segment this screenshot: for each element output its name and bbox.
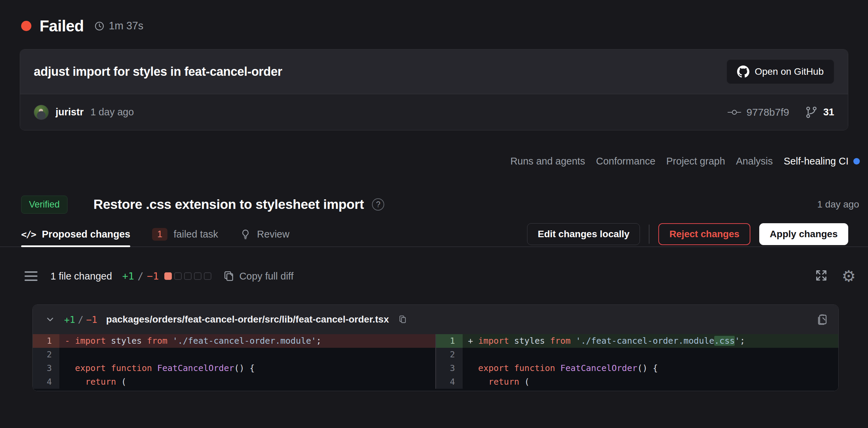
clock-icon (94, 21, 105, 31)
tab-review[interactable]: Review (240, 222, 289, 246)
github-icon (737, 66, 749, 78)
chevron-down-icon[interactable] (45, 314, 55, 325)
code-text (59, 348, 435, 361)
additions-count: +1 (122, 270, 134, 282)
diff-line: 4 return ( (33, 375, 435, 389)
failed-status-dot-icon (21, 21, 31, 31)
gear-icon[interactable]: ⚙ (842, 268, 856, 284)
line-number: 1 (436, 334, 463, 348)
diff-container: +1 / −1 packages/orders/feat-cancel-orde… (32, 304, 839, 391)
deletions-count: −1 (147, 270, 159, 282)
code-text: export function FeatCancelOrder() { (59, 361, 435, 375)
line-number: 2 (33, 348, 59, 361)
tab-failed-task[interactable]: 1 failed task (152, 222, 218, 246)
self-healing-ci-page: Failed 1m 37s adjust import for styles i… (0, 0, 868, 428)
diff-toolbar-right: ⚙ (814, 268, 856, 284)
copy-full-diff-button[interactable]: Copy full diff (223, 270, 294, 282)
commit-card-meta-row: juristr 1 day ago 9778b7f9 (20, 94, 848, 130)
commit-sha: 9778b7f9 (747, 106, 789, 118)
commit-sha-group: 9778b7f9 (728, 106, 789, 118)
nav-item-analysis[interactable]: Analysis (736, 156, 773, 167)
diff-progress (164, 272, 211, 280)
nav-item-project-graph[interactable]: Project graph (666, 156, 725, 167)
code-text: + import styles from './feat-cancel-orde… (463, 334, 839, 348)
tab-review-label: Review (257, 229, 289, 240)
diff-stats: +1 / −1 (122, 270, 159, 282)
failed-count-badge: 1 (152, 228, 167, 241)
code-icon: </> (21, 229, 36, 240)
copy-path-icon[interactable] (398, 315, 407, 324)
diff-progress-square (194, 272, 201, 280)
commit-card-header: adjust import for styles in feat-cancel-… (20, 49, 848, 94)
diff-line: 1+ import styles from './feat-cancel-ord… (436, 334, 839, 348)
commit-icon (728, 108, 741, 116)
run-status-header: Failed 1m 37s (0, 0, 868, 36)
commit-meta: 9778b7f9 31 (728, 106, 834, 119)
verified-badge: Verified (21, 196, 68, 214)
apply-changes-button[interactable]: Apply changes (759, 223, 848, 245)
fix-header: Verified Restore .css extension to style… (0, 195, 868, 214)
open-on-github-button[interactable]: Open on GitHub (727, 59, 834, 84)
file-path: packages/orders/feat-cancel-order/src/li… (106, 314, 389, 325)
diff-line: 3 export function FeatCancelOrder() { (33, 361, 435, 375)
copy-icon (223, 270, 235, 282)
branch-count-group: 31 (805, 106, 834, 119)
fullscreen-icon[interactable] (814, 269, 828, 284)
diff-line: 2 (436, 348, 839, 361)
open-on-github-label: Open on GitHub (755, 66, 824, 77)
author-name: juristr (56, 106, 84, 118)
run-duration: 1m 37s (94, 20, 144, 32)
fix-tabs-row: </> Proposed changes 1 failed task Revie… (0, 222, 868, 247)
line-number: 3 (436, 361, 463, 375)
code-text: return ( (463, 375, 839, 389)
lightbulb-icon (240, 229, 251, 240)
diff-progress-square (204, 272, 211, 280)
line-number: 2 (436, 348, 463, 361)
help-icon[interactable]: ? (372, 198, 384, 211)
commit-card: adjust import for styles in feat-cancel-… (20, 49, 848, 130)
commit-title: adjust import for styles in feat-cancel-… (34, 65, 282, 79)
line-number: 4 (436, 375, 463, 389)
actions-divider (649, 225, 649, 244)
edit-changes-locally-button[interactable]: Edit changes locally (527, 223, 640, 245)
nav-item-runs-and-agents[interactable]: Runs and agents (510, 156, 585, 167)
commit-time-ago: 1 day ago (90, 106, 134, 118)
nav-item-self-healing-ci[interactable]: Self-healing CI (784, 156, 860, 167)
file-list-menu-icon[interactable] (25, 271, 38, 281)
code-text: export function FeatCancelOrder() { (463, 361, 839, 375)
files-changed-label: 1 file changed (50, 271, 112, 282)
diff-line: 2 (33, 348, 435, 361)
copy-file-diff-icon[interactable] (816, 313, 829, 326)
copy-full-diff-label: Copy full diff (239, 271, 294, 282)
diff-pane-after: 1+ import styles from './feat-cancel-ord… (435, 334, 839, 389)
diff-line: 3 export function FeatCancelOrder() { (436, 361, 839, 375)
tab-proposed-changes[interactable]: </> Proposed changes (21, 222, 130, 246)
tab-proposed-changes-label: Proposed changes (42, 229, 130, 240)
run-duration-text: 1m 37s (109, 20, 144, 32)
new-feature-dot-icon (853, 158, 860, 165)
line-number: 1 (33, 334, 59, 348)
diff-file-header: +1 / −1 packages/orders/feat-cancel-orde… (33, 305, 838, 334)
diff-progress-square (174, 272, 182, 280)
reject-changes-button[interactable]: Reject changes (658, 223, 750, 245)
fix-actions: Edit changes locally Reject changes Appl… (527, 223, 848, 245)
nav-item-conformance[interactable]: Conformance (596, 156, 655, 167)
diff-progress-square (184, 272, 192, 280)
author-avatar (34, 105, 49, 120)
branch-count: 31 (823, 106, 834, 118)
diff-line: 1- import styles from './feat-cancel-ord… (33, 334, 435, 348)
tab-failed-task-label: failed task (174, 229, 218, 240)
diff-line: 4 return ( (436, 375, 839, 389)
run-status-label: Failed (40, 17, 84, 35)
fix-tabs: </> Proposed changes 1 failed task Revie… (21, 222, 289, 246)
fix-time-ago: 1 day ago (817, 199, 859, 210)
git-branch-icon (805, 106, 818, 119)
diff-progress-square (164, 272, 172, 280)
code-text: - import styles from './feat-cancel-orde… (59, 334, 435, 348)
line-number: 3 (33, 361, 59, 375)
diff-pane-before: 1- import styles from './feat-cancel-ord… (33, 334, 435, 389)
fix-title: Restore .css extension to stylesheet imp… (93, 197, 364, 212)
code-text (463, 348, 839, 361)
file-diff-stats: +1 / −1 (64, 314, 97, 325)
diff-toolbar: 1 file changed +1 / −1 Copy full diff (0, 264, 868, 288)
